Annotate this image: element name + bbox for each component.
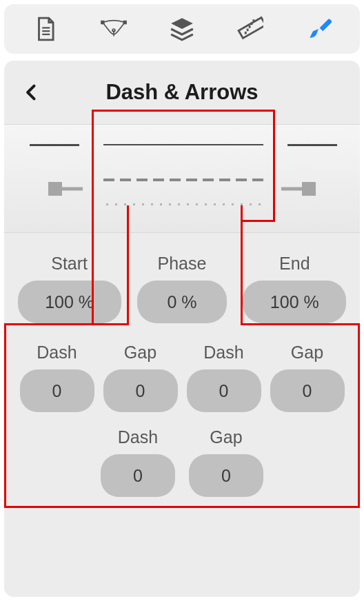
phase-label: Phase: [158, 254, 207, 274]
gap3-value[interactable]: 0: [189, 454, 263, 497]
svg-rect-4: [48, 182, 62, 196]
top-toolbar: [4, 4, 360, 54]
arrow-endcap-preview: [23, 174, 85, 204]
dash-gap-section: Dash 0 Gap 0 Dash 0 Gap 0 Dash 0 Gap: [4, 330, 360, 497]
start-control: Start 100 %: [18, 254, 121, 323]
gap-label: Gap: [210, 427, 242, 447]
arrow-endcap-preview: [281, 174, 343, 204]
dash-label: Dash: [118, 427, 158, 447]
end-value[interactable]: 100 %: [243, 281, 346, 323]
dotted-line-preview: [106, 203, 261, 205]
end-control: End 100 %: [243, 254, 346, 323]
dash-arrows-panel: Dash & Arrows: [4, 61, 360, 597]
phase-control: Phase 0 %: [137, 254, 227, 323]
dash2-value[interactable]: 0: [187, 369, 261, 412]
panel-header: Dash & Arrows: [4, 73, 360, 124]
stroke-style-prev[interactable]: [4, 144, 94, 204]
dash-label: Dash: [203, 343, 243, 363]
end-label: End: [279, 254, 310, 274]
document-icon[interactable]: [30, 14, 61, 44]
gap-label: Gap: [124, 343, 156, 363]
gap2-control: Gap 0: [265, 343, 349, 412]
pen-nib-icon[interactable]: [99, 14, 129, 44]
dashed-line-preview: [103, 179, 263, 181]
dash1-value[interactable]: 0: [20, 369, 94, 412]
dash3-control: Dash 0: [101, 427, 175, 497]
gap2-value[interactable]: 0: [270, 369, 345, 412]
dash2-control: Dash 0: [182, 343, 265, 412]
brush-icon[interactable]: [303, 14, 334, 44]
gap1-control: Gap 0: [99, 343, 182, 412]
gap1-value[interactable]: 0: [103, 369, 178, 412]
stroke-style-picker[interactable]: [4, 124, 360, 233]
panel-title: Dash & Arrows: [19, 80, 345, 105]
ruler-icon[interactable]: [235, 14, 265, 44]
stroke-style-current[interactable]: [94, 144, 273, 205]
layers-icon[interactable]: [167, 14, 197, 44]
dash1-control: Dash 0: [15, 343, 99, 412]
start-phase-end-row: Start 100 % Phase 0 % End 100 %: [4, 233, 360, 330]
svg-rect-5: [302, 182, 316, 196]
dash-label: Dash: [37, 343, 77, 363]
start-value[interactable]: 100 %: [18, 281, 121, 323]
dash3-value[interactable]: 0: [101, 454, 175, 497]
gap-label: Gap: [291, 343, 323, 363]
svg-rect-3: [239, 17, 263, 38]
start-label: Start: [51, 254, 88, 274]
stroke-style-next[interactable]: [273, 144, 360, 204]
phase-value[interactable]: 0 %: [137, 281, 227, 323]
gap3-control: Gap 0: [189, 427, 263, 497]
